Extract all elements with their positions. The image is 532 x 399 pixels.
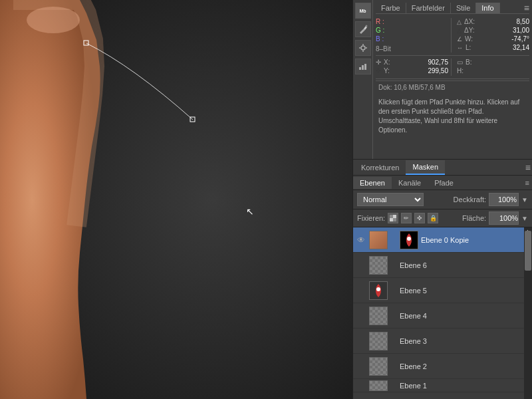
opacity-input[interactable] <box>489 193 519 206</box>
flache-input[interactable] <box>489 211 519 225</box>
h-label: H: <box>457 67 464 74</box>
layer-item-ebene4[interactable]: 👁 Ebene 4 <box>353 303 524 329</box>
layer-name-ebene6: Ebene 6 <box>400 261 521 269</box>
xy-section: ✛ X: 902,75 ✛ Y: 299,50 <box>376 59 448 76</box>
l-label: L: <box>466 44 471 51</box>
tab-farbfelder[interactable]: Farbfelder <box>406 3 451 13</box>
delta-spacer: △ <box>457 27 462 34</box>
tab-farbe[interactable]: Farbe <box>376 3 406 13</box>
layer-eye-ebene4[interactable]: 👁 <box>356 311 366 321</box>
korrekturen-masken-tabs: Korrekturen Masken ≡ <box>353 160 532 176</box>
layers-scrollbar[interactable]: ▲ <box>524 227 532 399</box>
scrollbar-thumb[interactable] <box>525 231 531 271</box>
layer-eye-ebene3[interactable]: 👁 <box>356 336 366 346</box>
layer-item-ebene5[interactable]: 👁 Ebene 5 <box>353 278 524 303</box>
svg-point-14 <box>407 237 411 241</box>
opacity-label: Deckkraft: <box>454 196 487 203</box>
layer-chain-ebene4 <box>390 307 397 325</box>
svg-point-2 <box>27 7 80 33</box>
layer-thumb-ebene5 <box>369 281 388 300</box>
rect-icon: ▭ <box>457 59 463 66</box>
layer-thumb-ebene3 <box>369 332 388 350</box>
color-tabs: Farbe Farbfelder Stile Info ≡ <box>376 3 529 14</box>
layer-mask-ebene0kopie <box>400 231 418 249</box>
panel-options-btn[interactable]: ≡ <box>525 162 531 173</box>
layer-name-ebene0kopie: Ebene 0 Kopie <box>421 236 521 244</box>
layer-chain-ebene1 <box>390 376 397 395</box>
b2-label: B: <box>466 59 471 66</box>
doc-info: Dok: 10,6 MB/57,6 MB <box>376 80 529 94</box>
gear-tool-btn[interactable] <box>355 40 371 56</box>
layer-tabs: Ebenen Kanäle Pfade ≡ <box>353 176 532 190</box>
tab-stile[interactable]: Stile <box>451 3 476 13</box>
layer-eye-ebene2[interactable]: 👁 <box>356 361 366 372</box>
flache-label: Fläche: <box>462 214 486 222</box>
horiz-divider <box>376 55 529 56</box>
main-container: ↖ Mb Farbe <box>0 0 532 399</box>
layer-item-ebene1[interactable]: 👁 Ebene 1 <box>353 379 524 392</box>
panel-collapse-btn[interactable]: ≡ <box>524 3 529 13</box>
svg-rect-7 <box>359 67 361 70</box>
info-content: Farbe Farbfelder Stile Info ≡ R : G : <box>373 0 532 159</box>
layer-item-ebene3[interactable]: 👁 Ebene 3 <box>353 329 524 354</box>
fix-row: Fixieren: ✏ ✜ 🔒 Fläche: ▼ <box>353 209 532 227</box>
layers-with-scroll: 👁 Ebene 0 Kopie 👁 Ebene 6 <box>353 227 532 399</box>
svg-point-15 <box>376 287 380 291</box>
layer-options-btn[interactable]: ≡ <box>525 179 529 187</box>
fix-brush-btn[interactable]: ✏ <box>401 213 412 223</box>
layer-eye-ebene0kopie[interactable]: 👁 <box>356 235 366 245</box>
layer-chain-ebene0kopie <box>390 231 397 249</box>
svg-rect-12 <box>393 215 396 218</box>
w-value: -74,7° <box>511 35 529 43</box>
svg-point-5 <box>365 25 367 27</box>
l-value: 32,14 <box>513 44 529 51</box>
x-icon: ✛ <box>376 59 381 66</box>
histogram-tool-btn[interactable] <box>355 59 371 74</box>
layer-name-ebene1: Ebene 1 <box>400 382 521 390</box>
svg-point-6 <box>361 46 365 50</box>
layer-name-ebene5: Ebene 5 <box>400 287 521 295</box>
fix-checkerboard-btn[interactable] <box>388 213 398 223</box>
blend-mode-select[interactable]: Normal <box>357 193 424 206</box>
layers-list: 👁 Ebene 0 Kopie 👁 Ebene 6 <box>353 227 524 399</box>
delta-icon: △ <box>457 19 462 25</box>
scrollbar-top-arrow[interactable]: ▲ <box>524 227 532 230</box>
tab-pfade[interactable]: Pfade <box>428 177 460 189</box>
tab-info[interactable]: Info <box>476 3 499 13</box>
layer-thumb-ebene2 <box>369 357 388 376</box>
layer-name-ebene2: Ebene 2 <box>400 362 521 370</box>
layer-eye-ebene6[interactable]: 👁 <box>356 260 366 271</box>
delta-y-label: ΔY: <box>464 27 475 34</box>
fix-lock-btn[interactable]: 🔒 <box>428 213 438 223</box>
info-panel: Mb Farbe Farbfelder Stile Info <box>353 0 532 160</box>
g-label: G : <box>376 27 384 34</box>
delta-x-value: 8,50 <box>517 18 529 25</box>
tab-masken[interactable]: Masken <box>406 160 445 175</box>
canvas-area[interactable]: ↖ <box>0 0 352 399</box>
eyedropper-tool-btn[interactable] <box>355 21 371 37</box>
layer-item-ebene2[interactable]: 👁 Ebene 2 <box>353 354 524 379</box>
tab-korrekturen[interactable]: Korrekturen <box>354 161 406 174</box>
x-label: X: <box>384 59 390 66</box>
layer-thumb-ebene4 <box>369 307 388 325</box>
svg-rect-10 <box>390 215 393 218</box>
w-label: W: <box>465 35 473 43</box>
layer-thumb-ebene1 <box>369 380 388 391</box>
tab-kanale[interactable]: Kanäle <box>392 177 428 189</box>
layer-eye-ebene1[interactable]: 👁 <box>356 380 366 391</box>
fix-move-btn[interactable]: ✜ <box>414 213 425 223</box>
layer-eye-ebene5[interactable]: 👁 <box>356 285 366 296</box>
delta-y-value: 31,00 <box>513 27 529 34</box>
layer-chain-ebene6 <box>390 256 397 275</box>
tab-ebenen[interactable]: Ebenen <box>353 177 392 189</box>
flache-arrow[interactable]: ▼ <box>521 215 528 222</box>
right-panel: Mb Farbe Farbfelder Stile Info <box>352 0 532 399</box>
rgb-section: R : G : B : 8–Bit <box>376 18 448 53</box>
opacity-arrow[interactable]: ▼ <box>521 196 528 203</box>
mb-tool-btn[interactable]: Mb <box>355 3 371 19</box>
layer-item-ebene0kopie[interactable]: 👁 Ebene 0 Kopie <box>353 227 524 253</box>
layer-item-ebene6[interactable]: 👁 Ebene 6 <box>353 253 524 278</box>
divider2 <box>451 59 452 76</box>
bh-section: ▭ B: H: <box>454 59 529 76</box>
svg-rect-13 <box>390 218 393 221</box>
